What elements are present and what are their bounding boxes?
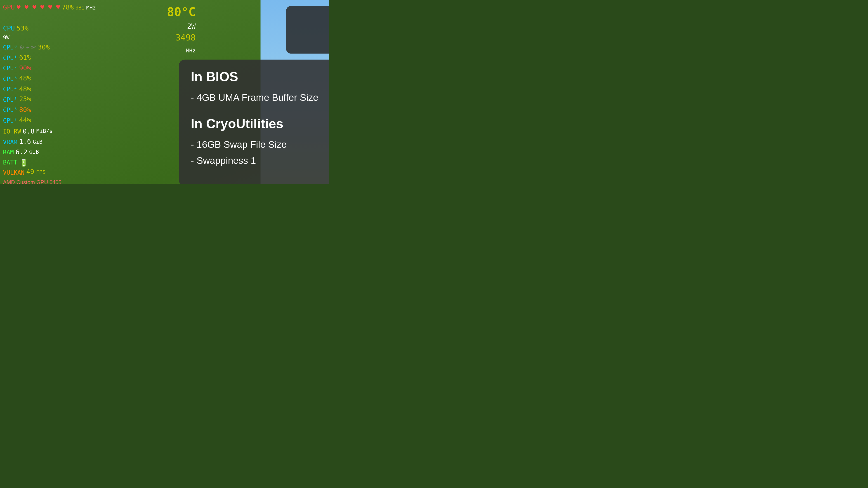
cpu0-percent: 30% — [38, 43, 50, 53]
hud-overlay: GPU ♥ ♥ ♥ ♥ ♥ ♥ 78% 981 MHz 80°C 2W 3498… — [0, 0, 179, 184]
hud-info: AMD Custom GPU 0405 Mesa 22.2.0-devel (g… — [3, 178, 176, 184]
cpu3-percent: 48% — [19, 74, 31, 84]
gpu-label: GPU — [3, 3, 15, 13]
vram-unit: GiB — [33, 138, 42, 146]
cpu5-percent: 25% — [19, 95, 31, 105]
batt-label: BATT — [3, 158, 18, 167]
io-label: IO RW — [3, 127, 21, 136]
ram-unit: GiB — [29, 149, 39, 157]
vram-label: VRAM — [3, 138, 18, 147]
panel-in-bios: In BIOS - 4GB UMA Frame Buffer Size In C… — [179, 60, 329, 184]
cpu6-percent: 80% — [19, 105, 31, 115]
cpu2-percent: 90% — [19, 64, 31, 73]
cpu4-percent: 48% — [19, 84, 31, 94]
cpu2-label: CPU² — [3, 64, 18, 73]
panels-container: In BIOS - 4GB UMA Frame Buffer Size In C… — [179, 60, 329, 184]
cpu7-label: CPU⁷ — [3, 116, 18, 125]
vulkan-label: VULKAN — [3, 168, 24, 177]
cpu1-percent: 61% — [19, 53, 31, 63]
io-val: 0.8 — [23, 127, 35, 136]
cpu1-label: CPU¹ — [3, 54, 18, 63]
cpu4-label: CPU⁴ — [3, 85, 18, 94]
gpu-clock2-unit: MHz — [186, 48, 196, 54]
io-unit: MiB/s — [36, 127, 53, 135]
hud-info1: AMD Custom GPU 0405 — [3, 178, 176, 184]
ram-val: 6.2 — [16, 148, 27, 158]
in-cryo-title: In CryoUtilities — [191, 116, 329, 132]
gpu-temp: 80°C — [167, 3, 195, 21]
gpu-watts: 2W — [167, 21, 195, 31]
gpu-percent: 78% — [62, 3, 74, 13]
gpu-clock2: 3498 — [167, 32, 195, 44]
cpu3-label: CPU³ — [3, 74, 18, 84]
in-cryo-item-0: - 16GB Swap File Size — [191, 136, 329, 153]
in-bios-item-0: - 4GB UMA Frame Buffer Size — [191, 90, 329, 106]
cpu6-label: CPU⁶ — [3, 105, 18, 115]
ram-label: RAM — [3, 148, 14, 157]
gpu-mhz-unit: MHz — [86, 4, 96, 12]
cpu-watts: 9W — [3, 34, 9, 42]
cpu0-icons: ⚙ + ✂ — [19, 44, 36, 51]
in-bios-title: In BIOS — [191, 69, 329, 85]
cpu5-label: CPU⁵ — [3, 95, 18, 104]
fps-val: 49 — [26, 167, 34, 177]
batt-icon: 🔋 — [19, 158, 28, 166]
title-bar: Smoothest — [286, 6, 329, 54]
cpu0-label: CPU⁰ — [3, 43, 18, 52]
cpu7-percent: 44% — [19, 116, 31, 126]
page-title: Smoothest — [298, 12, 329, 48]
cpu-percent: 53% — [17, 24, 29, 33]
fps-unit: FPS — [36, 168, 46, 176]
in-cryo-item-1: - Swappiness 1 — [191, 153, 329, 169]
gpu-mhz: 981 — [75, 5, 85, 11]
vram-val: 1.6 — [19, 137, 31, 147]
gpu-hearts: ♥ ♥ ♥ ♥ ♥ ♥ — [17, 3, 60, 13]
cpu-label: CPU — [3, 24, 15, 33]
